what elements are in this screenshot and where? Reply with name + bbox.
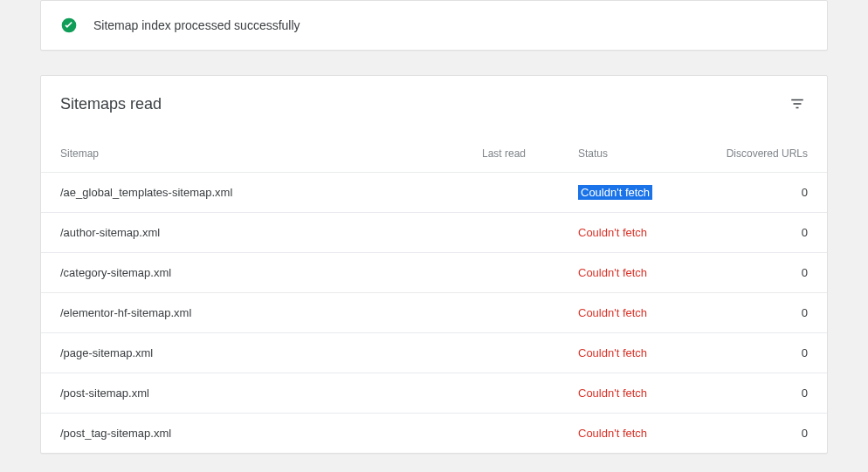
sitemap-path: /ae_global_templates-sitemap.xml	[60, 186, 482, 199]
sitemap-path: /elementor-hf-sitemap.xml	[60, 306, 482, 319]
banner-message: Sitemap index processed successfully	[93, 18, 300, 32]
status-value: Couldn't fetch	[578, 386, 707, 400]
header-status[interactable]: Status	[578, 147, 707, 160]
discovered-value: 0	[707, 186, 808, 199]
discovered-value: 0	[707, 386, 808, 400]
discovered-value: 0	[707, 427, 808, 440]
status-value: Couldn't fetch	[578, 427, 707, 440]
table-row[interactable]: /category-sitemap.xmlCouldn't fetch0	[41, 252, 827, 292]
table-row[interactable]: /page-sitemap.xmlCouldn't fetch0	[41, 332, 827, 373]
card-title: Sitemaps read	[60, 95, 162, 113]
table-row[interactable]: /post-sitemap.xmlCouldn't fetch0	[41, 373, 827, 413]
status-value: Couldn't fetch	[578, 186, 707, 199]
table-row[interactable]: /post_tag-sitemap.xmlCouldn't fetch0	[41, 413, 827, 453]
discovered-value: 0	[707, 266, 808, 279]
filter-icon[interactable]	[787, 93, 808, 114]
discovered-value: 0	[707, 306, 808, 319]
sitemap-path: /post_tag-sitemap.xml	[60, 427, 482, 440]
status-value: Couldn't fetch	[578, 306, 707, 319]
discovered-value: 0	[707, 226, 808, 239]
status-value: Couldn't fetch	[578, 346, 707, 359]
sitemap-path: /post-sitemap.xml	[60, 386, 482, 400]
status-value: Couldn't fetch	[578, 226, 707, 239]
sitemap-path: /page-sitemap.xml	[60, 346, 482, 359]
status-value: Couldn't fetch	[578, 266, 707, 279]
discovered-value: 0	[707, 346, 808, 359]
table-header-row: Sitemap Last read Status Discovered URLs	[41, 123, 827, 172]
sitemap-path: /author-sitemap.xml	[60, 226, 482, 239]
success-check-icon	[60, 17, 78, 34]
header-last-read[interactable]: Last read	[482, 147, 578, 160]
table-body: /ae_global_templates-sitemap.xmlCouldn't…	[41, 172, 827, 453]
table-row[interactable]: /elementor-hf-sitemap.xmlCouldn't fetch0	[41, 292, 827, 332]
sitemaps-read-card: Sitemaps read Sitemap Last read Status D…	[40, 75, 828, 454]
table-row[interactable]: /author-sitemap.xmlCouldn't fetch0	[41, 212, 827, 252]
success-banner: Sitemap index processed successfully	[40, 0, 828, 51]
table-row[interactable]: /ae_global_templates-sitemap.xmlCouldn't…	[41, 172, 827, 212]
header-sitemap[interactable]: Sitemap	[60, 147, 482, 160]
header-discovered[interactable]: Discovered URLs	[707, 147, 808, 160]
sitemap-path: /category-sitemap.xml	[60, 266, 482, 279]
card-header: Sitemaps read	[41, 76, 827, 123]
